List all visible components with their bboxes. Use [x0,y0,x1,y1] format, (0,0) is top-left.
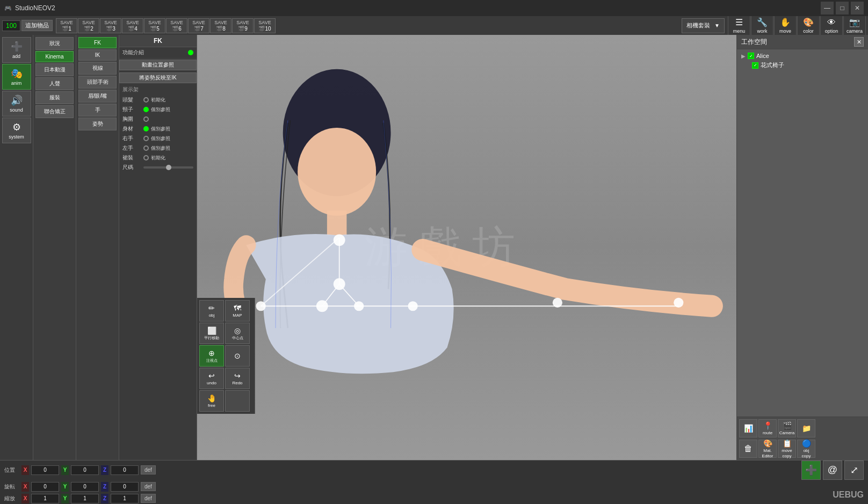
system-button[interactable]: ⚙ system [2,118,31,143]
save-btn-8[interactable]: SAVE 🎬8 [210,18,232,33]
body-radio[interactable] [143,126,149,132]
free-button[interactable]: 🤚 free [199,390,224,412]
route-btn[interactable]: 📍 route [758,419,777,437]
obj-tool-button[interactable]: ✏ obj [199,300,224,322]
save-btn-7[interactable]: SAVE 🎬7 [188,18,209,33]
save-btn-6[interactable]: SAVE 🎬6 [166,18,187,33]
pos-x-input[interactable] [31,465,59,475]
empty-tool-button[interactable] [225,390,250,412]
righthand-radio[interactable] [143,136,149,141]
gaze-point-button[interactable]: ⊕ 注視点 [199,345,224,367]
vision-button[interactable]: 視線 [78,62,117,75]
add-button[interactable]: ➕ add [2,37,31,63]
fk-intro-dot [188,50,193,55]
minimize-button[interactable]: — [821,2,834,14]
neck-radio[interactable] [143,107,149,112]
counter-display: 100 [2,20,20,31]
ik-button[interactable]: IK [78,49,117,61]
rot-x-input[interactable] [31,482,59,492]
rot-def-button[interactable]: def [141,482,156,491]
hand-button[interactable]: 手 [78,104,117,116]
titlebar-title: StudioNEOV2 [15,4,55,12]
chair-checkbox[interactable]: ✓ [752,62,758,69]
save-btn-5[interactable]: SAVE 🎬5 [144,18,165,33]
head-surgery-button[interactable]: 頭部手術 [78,76,117,89]
rot-z-axis: Z [101,482,108,492]
camera-preset-dropdown[interactable]: 相機套裝 ▼ [682,18,725,33]
tree-item-chair[interactable]: ✓ 花式椅子 [739,60,866,70]
maximize-button[interactable]: □ [836,2,849,14]
pos-def-button[interactable]: def [141,465,156,474]
map-tool-button[interactable]: 🗺 MAP [225,300,250,322]
save-btn-4[interactable]: SAVE 🎬4 [122,18,143,33]
save-btn-10[interactable]: SAVE 🎬10 [254,18,276,33]
status-kinema-btn[interactable]: Kinema [35,51,74,62]
folder-btn[interactable]: 📁 [797,419,815,437]
chair-label: 花式椅子 [761,61,784,69]
eyebrow-button[interactable]: 眉/眼/嘴 [78,90,117,103]
rot-z-input[interactable] [111,482,139,492]
center-button[interactable]: ◎ 中心点 [225,323,250,344]
mat-editor-btn[interactable]: 🎨 Mat. Editor [758,440,777,458]
delete-button[interactable]: 🗑 [739,440,757,458]
add-objects-button[interactable]: 追加物品 [21,20,53,31]
save-btn-9[interactable]: SAVE 🎬9 [232,18,254,33]
fk-intro-label: 功能介紹 [122,49,186,56]
status-kyokou-btn[interactable]: 狀況 [35,37,74,50]
scale-def-button[interactable]: def [141,494,156,503]
workspace-close-button[interactable]: ✕ [854,37,864,47]
scale-z-input[interactable] [111,494,139,503]
fullscreen-button[interactable]: ⤢ [844,461,864,480]
close-button[interactable]: ✕ [851,2,864,14]
redo-button[interactable]: ↪ Redo [225,368,250,389]
obj-copy-btn[interactable]: 🔵 obj copy [797,440,815,458]
chart-btn[interactable]: 📊 [739,419,757,437]
move-plus-button[interactable]: ➕ [801,461,821,480]
ik-reflect-btn[interactable]: 將姿勢反映至IK [119,72,197,83]
fk-button[interactable]: FK [78,37,117,48]
scale-z-axis: Z [101,494,108,503]
rp-toolbar-row1: 📊 📍 route 🎬 Camera 📁 [739,419,866,437]
chest-radio[interactable] [143,116,149,122]
flat-move-button[interactable]: ⬜ 平行移動 [199,323,224,344]
lefthand-radio[interactable] [143,145,149,151]
save-btn-2[interactable]: SAVE 🎬2 [78,18,99,33]
tool-circle-button[interactable]: ⊙ [225,345,250,367]
alice-checkbox[interactable]: ✓ [748,53,754,59]
undo-button[interactable]: ↩ undo [199,368,224,389]
anim-pos-btn[interactable]: 動畫位置參照 [119,60,197,70]
scale-row: 縮放 X Y Z def [4,494,864,503]
anim-button[interactable]: 🎭 anim [2,64,31,90]
camera-panel-btn[interactable]: 🎬 Camera [778,419,796,437]
circle-icon: ⊙ [234,352,241,360]
pos-z-axis: Z [101,465,108,475]
status-costume-btn[interactable]: 服裝 [35,91,74,104]
tree-item-alice[interactable]: ▶ ✓ Alice [739,52,866,60]
hair-radio[interactable] [143,97,149,103]
pos-z-input[interactable] [111,465,139,475]
top-toolbar: 100 追加物品 SAVE 🎬1 SAVE 🎬2 SAVE 🎬3 SAVE 🎬4… [0,16,868,35]
sound-button[interactable]: 🔊 sound [2,91,31,116]
titlebar-controls: — □ ✕ [821,2,864,14]
dropdown-arrow-icon: ▼ [714,23,720,28]
pos-y-input[interactable] [71,465,99,475]
status-correction-btn[interactable]: 聯合矯正 [35,105,74,118]
rot-y-input[interactable] [71,482,99,492]
target-button[interactable]: @ [823,461,842,480]
status-nihon-btn[interactable]: 日本動漫 [35,63,74,76]
save-btn-3[interactable]: SAVE 🎬3 [100,18,121,33]
scale-x-input[interactable] [31,494,59,503]
scale-y-input[interactable] [71,494,99,503]
workspace-header: 工作空間 ✕ [737,35,868,49]
move-copy-btn[interactable]: 📋 move copy [778,440,796,458]
tool-row-5: 🤚 free [199,390,252,412]
fk-panel-title: FK [119,35,197,47]
status-voice-btn[interactable]: 人聲 [35,77,74,90]
size-slider[interactable] [143,166,193,169]
save-btn-1[interactable]: SAVE 🎬1 [56,18,77,33]
skirt-radio[interactable] [143,155,149,160]
pose-button[interactable]: 姿勢 [78,118,117,130]
alice-expand-icon: ▶ [741,53,746,59]
viewport[interactable]: 游 戲 坊 [197,35,736,460]
tool-row-3: ⊕ 注視点 ⊙ [199,345,252,367]
